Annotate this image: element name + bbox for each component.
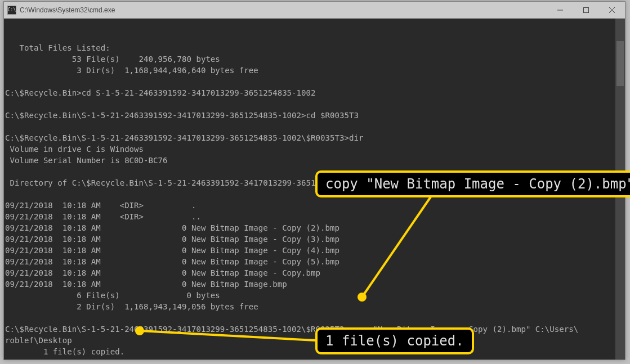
annotation-dot-2 bbox=[135, 326, 144, 335]
annotation-files-copied: 1 file(s) copied. bbox=[315, 327, 474, 354]
terminal-line: 09/21/2018 10:18 AM 0 New Bitmap Image.b… bbox=[5, 278, 624, 290]
terminal-line: roblef\Desktop bbox=[5, 335, 624, 346]
terminal-line bbox=[5, 76, 624, 87]
window-title: C:\Windows\System32\cmd.exe bbox=[20, 6, 547, 14]
terminal-line: Volume Serial Number is 8C0D-BC76 bbox=[5, 155, 624, 166]
minimize-button[interactable] bbox=[547, 2, 573, 19]
terminal-line bbox=[5, 312, 624, 323]
titlebar[interactable]: C:\ C:\Windows\System32\cmd.exe bbox=[4, 2, 625, 19]
terminal-line: C:\$Recycle.Bin\S-1-5-21-2463391592-3417… bbox=[5, 323, 624, 335]
terminal-line bbox=[5, 357, 624, 359]
terminal-line: 09/21/2018 10:18 AM 0 New Bitmap Image -… bbox=[5, 233, 624, 245]
terminal-line: 09/21/2018 10:18 AM 0 New Bitmap Image -… bbox=[5, 245, 624, 256]
window-controls bbox=[547, 2, 625, 18]
terminal-line bbox=[5, 98, 624, 110]
terminal-line: 53 File(s) 240,956,780 bytes bbox=[5, 53, 624, 65]
terminal-line: 09/21/2018 10:18 AM 0 New Bitmap Image -… bbox=[5, 222, 624, 233]
terminal-line: C:\$Recycle.Bin>cd S-1-5-21-2463391592-3… bbox=[5, 87, 624, 98]
svg-rect-1 bbox=[584, 8, 589, 13]
terminal-line: 09/21/2018 10:18 AM <DIR> . bbox=[5, 200, 624, 211]
terminal-line: Total Files Listed: bbox=[5, 42, 624, 53]
terminal-line: 6 File(s) 0 bytes bbox=[5, 290, 624, 301]
scrollbar-thumb[interactable] bbox=[616, 41, 624, 86]
terminal-line: 09/21/2018 10:18 AM 0 New Bitmap Image -… bbox=[5, 256, 624, 267]
close-button[interactable] bbox=[599, 2, 625, 19]
maximize-button[interactable] bbox=[573, 2, 599, 19]
terminal-line bbox=[5, 121, 624, 132]
annotation-dot-1 bbox=[358, 293, 367, 302]
terminal-line: 09/21/2018 10:18 AM 0 New Bitmap Image -… bbox=[5, 267, 624, 278]
terminal-line: 2 Dir(s) 1,168,943,149,056 bytes free bbox=[5, 301, 624, 312]
terminal-line: 3 Dir(s) 1,168,944,496,640 bytes free bbox=[5, 65, 624, 76]
terminal-line: C:\$Recycle.Bin\S-1-5-21-2463391592-3417… bbox=[5, 110, 624, 121]
terminal-line: 09/21/2018 10:18 AM <DIR> .. bbox=[5, 211, 624, 222]
terminal-line: C:\$Recycle.Bin\S-1-5-21-2463391592-3417… bbox=[5, 132, 624, 143]
terminal-line: Volume in drive C is Windows bbox=[5, 143, 624, 155]
terminal-line: 1 file(s) copied. bbox=[5, 346, 624, 357]
annotation-copy-command: copy "New Bitmap Image - Copy (2).bmp" bbox=[315, 170, 630, 197]
cmd-icon: C:\ bbox=[7, 6, 16, 15]
